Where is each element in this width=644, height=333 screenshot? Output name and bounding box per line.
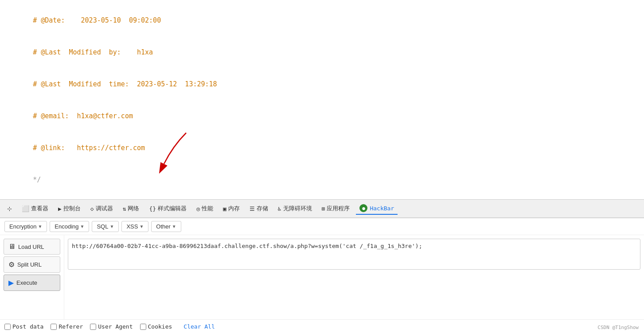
watermark: CSDN @T1ngShow <box>597 325 639 330</box>
hackbar-main: 🖥 Load URL ⚙ Split URL ▶ Execute http://… <box>0 235 644 319</box>
style-editor-icon: {} <box>149 205 156 212</box>
application-icon: ⊞ <box>322 205 325 212</box>
referer-checkbox-label[interactable]: Referer <box>51 323 83 330</box>
devtools-accessibility[interactable]: ♿ 无障碍环境 <box>274 203 316 214</box>
execute-button[interactable]: ▶ Execute <box>4 275 60 291</box>
post-data-checkbox[interactable] <box>4 324 11 330</box>
inspector-icon: ⬜ <box>22 205 29 212</box>
devtools-inspector[interactable]: ⬜ 查看器 <box>18 203 52 214</box>
cursor-icon: ⊹ <box>7 205 12 212</box>
debugger-icon: ◇ <box>90 205 94 212</box>
hackbar-checkbox-row: Post data Referer User Agent Cookies Cle… <box>0 319 644 333</box>
code-line-4: # @email: h1xa@ctfer.com <box>9 100 635 132</box>
encryption-chevron-icon: ▼ <box>38 224 42 229</box>
devtools-network[interactable]: ⇅ 网络 <box>119 203 143 214</box>
devtools-console[interactable]: ▶ 控制台 <box>55 203 84 214</box>
code-line-2: # @Last Modified by: h1xa <box>9 36 635 68</box>
code-line-blank1 <box>9 196 635 199</box>
hackbar-tab[interactable]: ● HackBar <box>356 202 398 215</box>
post-data-checkbox-label[interactable]: Post data <box>4 323 43 330</box>
cookies-checkbox[interactable] <box>140 324 146 330</box>
cookies-checkbox-label[interactable]: Cookies <box>140 323 172 330</box>
accessibility-icon: ♿ <box>278 205 281 212</box>
devtools-debugger[interactable]: ◇ 调试器 <box>87 203 117 214</box>
devtools-style-editor[interactable]: {} 样式编辑器 <box>145 203 190 214</box>
hackbar-panel: Encryption ▼ Encoding ▼ SQL ▼ XSS ▼ Othe… <box>0 218 644 332</box>
encryption-dropdown[interactable]: Encryption ▼ <box>4 221 47 232</box>
hackbar-icon: ● <box>359 204 367 212</box>
devtools-performance[interactable]: ◎ 性能 <box>193 203 217 214</box>
sql-chevron-icon: ▼ <box>109 224 114 229</box>
split-url-icon: ⚙ <box>8 260 15 269</box>
referer-checkbox[interactable] <box>51 324 57 330</box>
hackbar-label: HackBar <box>370 205 394 212</box>
devtools-storage[interactable]: ☰ 存储 <box>246 203 272 214</box>
user-agent-checkbox[interactable] <box>90 324 96 330</box>
encoding-chevron-icon: ▼ <box>80 224 85 229</box>
network-icon: ⇅ <box>123 205 126 212</box>
code-line-3: # @Last Modified time: 2023-05-12 13:29:… <box>9 68 635 100</box>
devtools-application[interactable]: ⊞ 应用程序 <box>318 203 354 214</box>
clear-all-button[interactable]: Clear All <box>183 323 215 330</box>
other-dropdown[interactable]: Other ▼ <box>151 221 181 232</box>
performance-icon: ◎ <box>196 205 200 212</box>
split-url-button[interactable]: ⚙ Split URL <box>4 256 60 273</box>
code-line-6: */ <box>9 164 635 196</box>
code-display: # @Date: 2023-05-10 09:02:00 # @Last Mod… <box>0 0 644 199</box>
execute-icon: ▶ <box>8 279 14 287</box>
load-url-button[interactable]: 🖥 Load URL <box>4 239 60 255</box>
hackbar-toolbar: Encryption ▼ Encoding ▼ SQL ▼ XSS ▼ Othe… <box>0 218 644 235</box>
memory-icon: ▣ <box>223 205 226 212</box>
console-icon: ▶ <box>58 205 62 212</box>
load-url-icon: 🖥 <box>8 243 16 251</box>
xss-dropdown[interactable]: XSS ▼ <box>121 221 148 232</box>
user-agent-checkbox-label[interactable]: User Agent <box>90 323 133 330</box>
encoding-dropdown[interactable]: Encoding ▼ <box>50 221 89 232</box>
devtools-memory[interactable]: ▣ 内存 <box>219 203 243 214</box>
sql-dropdown[interactable]: SQL ▼ <box>92 221 119 232</box>
hackbar-left-buttons: 🖥 Load URL ⚙ Split URL ▶ Execute <box>0 235 64 319</box>
code-line-1: # @Date: 2023-05-10 09:02:00 <box>9 4 635 36</box>
url-input[interactable]: http://60764a00-02b7-41cc-a9ba-86996213d… <box>68 239 640 270</box>
storage-icon: ☰ <box>250 205 255 212</box>
other-chevron-icon: ▼ <box>172 224 176 229</box>
xss-chevron-icon: ▼ <box>139 224 144 229</box>
devtools-bar: ⊹ ⬜ 查看器 ▶ 控制台 ◇ 调试器 ⇅ 网络 {} 样式编辑器 ◎ 性能 ▣… <box>0 199 644 218</box>
hackbar-url-area: http://60764a00-02b7-41cc-a9ba-86996213d… <box>64 235 644 319</box>
code-line-5: # @link: https://ctfer.com <box>9 132 635 164</box>
devtools-cursor[interactable]: ⊹ <box>4 204 16 214</box>
